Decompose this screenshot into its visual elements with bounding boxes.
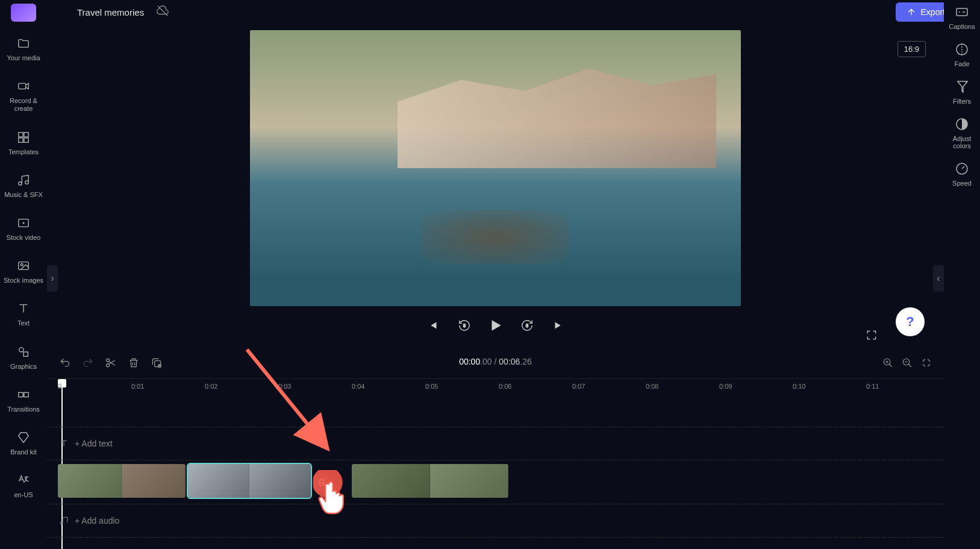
app-logo[interactable] <box>11 4 36 22</box>
svg-rect-4 <box>24 137 28 142</box>
top-bar: Travel memories Export <box>47 0 980 24</box>
video-track[interactable]: Approaching the Empire State Building in… <box>47 464 944 500</box>
right-filters[interactable]: Filters <box>953 78 971 105</box>
svg-point-28 <box>60 522 63 524</box>
ruler-tick: 0:04 <box>352 383 364 390</box>
nav-record-create[interactable]: Record & create <box>0 75 47 115</box>
adjust-icon <box>953 116 970 133</box>
fullscreen-button[interactable] <box>866 329 878 344</box>
svg-point-5 <box>19 182 22 186</box>
camera-icon <box>15 78 32 95</box>
nav-language[interactable]: en-US <box>0 469 47 501</box>
svg-point-6 <box>25 181 29 184</box>
nav-label: en-US <box>14 491 33 499</box>
nav-label: Transitions <box>7 406 39 413</box>
svg-point-8 <box>23 222 24 224</box>
skip-back-button[interactable] <box>425 317 442 334</box>
nav-label: Text <box>17 319 30 327</box>
help-button[interactable]: ? <box>896 307 925 336</box>
ruler-tick: 0:01 <box>131 383 144 390</box>
nav-transitions[interactable]: Transitions <box>0 384 47 416</box>
aspect-ratio-badge[interactable]: 16:9 <box>897 41 926 57</box>
forward-5-button[interactable]: 5 <box>519 317 535 334</box>
video-preview[interactable] <box>250 30 741 306</box>
nav-brand-kit[interactable]: Brand kit <box>0 427 47 459</box>
right-label: Adjust colors <box>944 135 980 149</box>
music-icon <box>15 172 32 189</box>
templates-icon <box>15 129 32 146</box>
language-icon <box>15 472 32 489</box>
trash-icon <box>317 477 326 487</box>
text-icon <box>59 439 69 448</box>
right-adjust-colors[interactable]: Adjust colors <box>944 116 980 149</box>
ruler-tick: 0:03 <box>278 383 291 390</box>
video-clip-2-selected[interactable]: Approaching the Empire State Building in… <box>188 464 311 498</box>
zoom-in-button[interactable] <box>882 357 893 371</box>
total-frames: .26 <box>520 357 531 366</box>
fade-icon <box>953 41 970 58</box>
timeline-area: 00:00.00 / 00:06.26 0 0:01 0:02 0:03 0:0… <box>47 350 944 549</box>
project-title[interactable]: Travel memories <box>77 7 144 17</box>
right-label: Filters <box>953 98 971 105</box>
transitions-icon <box>15 386 32 403</box>
ruler-tick: 0:06 <box>499 383 511 390</box>
nav-label: Graphics <box>10 363 37 371</box>
nav-your-media[interactable]: Your media <box>0 33 47 64</box>
duplicate-button[interactable] <box>151 357 163 371</box>
tracks: + Add text Approaching the Empire State … <box>47 397 944 538</box>
svg-rect-7 <box>19 219 29 227</box>
zoom-fit-button[interactable] <box>921 357 932 371</box>
svg-text:5: 5 <box>463 323 465 328</box>
split-button[interactable] <box>105 357 117 371</box>
rewind-5-button[interactable]: 5 <box>456 317 473 334</box>
nav-label: Brand kit <box>10 448 36 456</box>
redo-button[interactable] <box>82 357 94 371</box>
speed-icon <box>953 160 970 177</box>
right-label: Captions <box>949 23 975 30</box>
ruler-tick: 0 <box>58 383 61 390</box>
undo-button[interactable] <box>59 357 71 371</box>
right-speed[interactable]: Speed <box>952 160 972 187</box>
skip-forward-button[interactable] <box>550 317 567 334</box>
nav-text[interactable]: Text <box>0 298 47 330</box>
filters-icon <box>953 78 970 95</box>
add-audio-label[interactable]: + Add audio <box>59 516 119 525</box>
stock-images-icon <box>15 257 32 274</box>
svg-text:5: 5 <box>525 323 528 328</box>
ruler-tick: 0:09 <box>719 383 732 390</box>
time-divider: / <box>492 357 499 366</box>
add-text-label[interactable]: + Add text <box>59 439 113 448</box>
play-button[interactable] <box>487 317 504 334</box>
nav-label: Stock images <box>4 277 43 284</box>
right-sidebar: Captions Fade Filters Adjust colors Spee… <box>944 0 980 549</box>
brand-icon <box>15 429 32 446</box>
left-sidebar: Your media Record & create Templates Mus… <box>0 0 47 549</box>
time-display: 00:00.00 / 00:06.26 <box>459 357 532 366</box>
video-clip-3[interactable] <box>352 464 508 498</box>
ruler-tick: 0:02 <box>205 383 217 390</box>
folder-icon <box>15 35 32 52</box>
music-icon <box>59 516 69 525</box>
transition-delete-button[interactable] <box>312 472 331 492</box>
svg-point-11 <box>19 347 23 351</box>
audio-track[interactable]: + Add audio <box>47 504 944 538</box>
video-clip-1[interactable] <box>58 464 186 498</box>
zoom-controls <box>882 357 932 371</box>
nav-music-sfx[interactable]: Music & SFX <box>0 169 47 201</box>
nav-stock-video[interactable]: Stock video <box>0 212 47 244</box>
right-captions[interactable]: Captions <box>949 4 975 30</box>
timeline-ruler[interactable]: 0 0:01 0:02 0:03 0:04 0:05 0:06 0:07 0:0… <box>47 378 944 397</box>
svg-rect-3 <box>19 137 23 142</box>
nav-templates[interactable]: Templates <box>0 127 47 158</box>
nav-stock-images[interactable]: Stock images <box>0 255 47 287</box>
export-label: Export <box>921 7 945 17</box>
cloud-off-icon[interactable] <box>156 4 169 20</box>
text-track[interactable]: + Add text <box>47 427 944 460</box>
nav-graphics[interactable]: Graphics <box>0 341 47 373</box>
right-fade[interactable]: Fade <box>953 41 970 67</box>
zoom-out-button[interactable] <box>902 357 913 371</box>
svg-rect-2 <box>24 132 28 136</box>
delete-button[interactable] <box>128 357 140 371</box>
svg-rect-16 <box>957 8 967 16</box>
svg-rect-13 <box>19 392 23 397</box>
